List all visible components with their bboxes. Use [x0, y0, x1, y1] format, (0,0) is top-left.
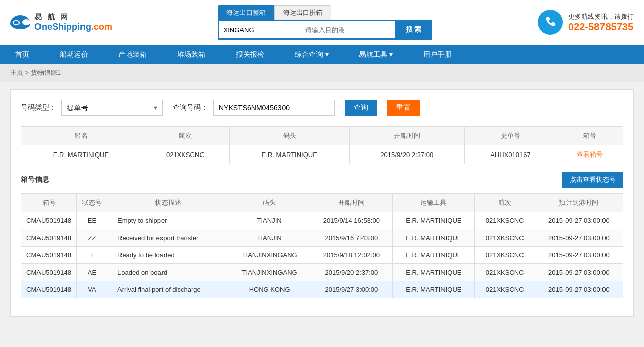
main-table: 船名 航次 码头 开船时间 提单号 箱号 E.R. MARTINIQUE 021…	[21, 126, 623, 164]
type-select[interactable]: 提单号 箱号 订舱号	[61, 100, 163, 116]
detail-cell: Empty to shipper	[107, 212, 229, 229]
logo-en-com: .com	[91, 22, 112, 32]
dcol-status-desc: 状态描述	[107, 194, 229, 212]
hotline-number: 022-58785735	[568, 21, 634, 33]
detail-cell: HONG KONG	[229, 281, 310, 298]
table-row: CMAU5019148AELoaded on boardTIANJINXINGA…	[21, 264, 623, 281]
col-departure-time: 开船时间	[349, 127, 464, 145]
table-row: CMAU5019148VAArrival final port of disch…	[21, 281, 623, 298]
dcol-voyage: 航次	[474, 194, 535, 212]
box-section-header: 箱号信息 点击查看状态号	[21, 172, 623, 188]
search-dest-input[interactable]	[300, 21, 395, 38]
tab-sea-lcl[interactable]: 海运出口拼箱	[274, 5, 331, 20]
col-ship-name: 船名	[21, 127, 141, 145]
detail-cell: 2015/9/20 2:37:00	[310, 264, 393, 281]
reset-button[interactable]: 重置	[387, 100, 420, 116]
nav-query[interactable]: 综合查询 ▾	[279, 45, 344, 64]
detail-cell: Loaded on board	[107, 264, 229, 281]
svg-point-2	[14, 21, 19, 24]
detail-cell: TIANJIN	[229, 229, 310, 247]
breadcrumb: 主页 > 货物追踪1	[0, 64, 644, 82]
detail-cell: 021XKSCNC	[474, 229, 535, 247]
cell-departure-time: 2015/9/20 2:37:00	[349, 145, 464, 164]
nav-manual[interactable]: 用户手册	[408, 45, 467, 64]
nav-tools[interactable]: 易航工具 ▾	[344, 45, 408, 64]
detail-cell: 2015/9/16 7:43:00	[310, 229, 393, 247]
nav-yard[interactable]: 堆场装箱	[162, 45, 221, 64]
detail-cell: CMAU5019148	[21, 229, 77, 247]
search-button[interactable]: 搜 索	[395, 21, 432, 38]
logo-text: 易 航 网 OneShipping.com	[34, 13, 112, 32]
detail-cell: TIANJINXINGANG	[229, 247, 310, 264]
detail-cell: Ready to be loaded	[107, 247, 229, 264]
tab-sea-full[interactable]: 海运出口整箱	[218, 5, 274, 20]
dcol-vessel: 运输工具	[393, 194, 474, 212]
nav-home[interactable]: 首页	[0, 45, 45, 64]
dcol-departure-time: 开船时间	[310, 194, 393, 212]
cell-box-no-link[interactable]: 查看箱号	[556, 145, 623, 164]
cell-ship-name: E.R. MARTINIQUE	[21, 145, 141, 164]
logo-icon	[10, 15, 30, 29]
nav-customs[interactable]: 报关报检	[221, 45, 279, 64]
detail-table-header-row: 箱号 状态号 状态描述 码头 开船时间 运输工具 航次 预计到港时间	[21, 194, 623, 212]
phone-icon	[538, 10, 563, 35]
main-table-header-row: 船名 航次 码头 开船时间 提单号 箱号	[21, 127, 623, 145]
search-origin-input[interactable]	[219, 21, 300, 38]
table-row: CMAU5019148EEEmpty to shipperTIANJIN2015…	[21, 212, 623, 229]
detail-cell: 2015-09-27 03:00:00	[535, 212, 623, 229]
col-bill-no: 提单号	[464, 127, 556, 145]
table-row: E.R. MARTINIQUE 021XKSCNC E.R. MARTINIQU…	[21, 145, 623, 164]
col-terminal: 码头	[229, 127, 349, 145]
breadcrumb-current: 货物追踪1	[31, 69, 61, 76]
detail-cell: E.R. MARTINIQUE	[393, 264, 474, 281]
detail-cell: 021XKSCNC	[474, 264, 535, 281]
query-input[interactable]	[213, 100, 335, 116]
query-button[interactable]: 查询	[345, 100, 377, 116]
dcol-terminal: 码头	[229, 194, 310, 212]
search-area: 海运出口整箱 海运出口拼箱 搜 索	[218, 5, 433, 40]
col-voyage: 航次	[141, 127, 229, 145]
cell-terminal: E.R. MARTINIQUE	[229, 145, 349, 164]
detail-cell: CMAU5019148	[21, 212, 77, 229]
status-button[interactable]: 点击查看状态号	[562, 172, 623, 188]
detail-cell: CMAU5019148	[21, 264, 77, 281]
detail-cell: 2015-09-27 03:00:00	[535, 264, 623, 281]
detail-cell: CMAU5019148	[21, 281, 77, 298]
detail-cell: 021XKSCNC	[474, 212, 535, 229]
logo-en: OneShipping.com	[34, 22, 112, 32]
breadcrumb-home[interactable]: 主页	[10, 69, 23, 76]
col-box-no: 箱号	[556, 127, 623, 145]
dcol-box-no: 箱号	[21, 194, 77, 212]
type-group: 号码类型： 提单号 箱号 订舱号 ▼	[21, 100, 163, 116]
detail-cell: 2015-09-27 03:00:00	[535, 229, 623, 247]
query-form: 号码类型： 提单号 箱号 订舱号 ▼ 查询号码： 查询 重置	[21, 100, 623, 116]
type-label: 号码类型：	[21, 103, 56, 112]
nav-schedule[interactable]: 船期运价	[45, 45, 103, 64]
detail-cell: 021XKSCNC	[474, 247, 535, 264]
detail-cell: I	[77, 247, 107, 264]
nav-origin[interactable]: 产地装箱	[103, 45, 162, 64]
detail-cell: AE	[77, 264, 107, 281]
hotline-text: 更多航线资讯，请拨打 022-58785735	[568, 12, 634, 33]
type-select-wrap: 提单号 箱号 订舱号 ▼	[61, 100, 163, 116]
hotline-area: 更多航线资讯，请拨打 022-58785735	[538, 10, 634, 35]
main-content: 号码类型： 提单号 箱号 订舱号 ▼ 查询号码： 查询 重置 船名 航次 码头	[10, 89, 634, 317]
detail-cell: 021XKSCNC	[474, 281, 535, 298]
tab-row: 海运出口整箱 海运出口拼箱	[218, 5, 433, 20]
cell-bill-no: AHHX010167	[464, 145, 556, 164]
detail-cell: 2015/9/18 12:02:00	[310, 247, 393, 264]
view-box-link[interactable]: 查看箱号	[577, 150, 603, 158]
section-title: 箱号信息	[21, 175, 49, 184]
detail-cell: VA	[77, 281, 107, 298]
query-group: 查询号码：	[173, 100, 335, 116]
query-label: 查询号码：	[173, 103, 208, 112]
detail-cell: 2015/9/14 16:53:00	[310, 212, 393, 229]
detail-cell: E.R. MARTINIQUE	[393, 247, 474, 264]
detail-cell: 2015-09-27 03:00:00	[535, 247, 623, 264]
table-row: CMAU5019148ZZReceived for export transfe…	[21, 229, 623, 247]
detail-cell: Arrival final port of discharge	[107, 281, 229, 298]
hotline-label: 更多航线资讯，请拨打	[568, 12, 634, 21]
nav: 首页 船期运价 产地装箱 堆场装箱 报关报检 综合查询 ▾ 易航工具 ▾ 用户手…	[0, 45, 644, 64]
cell-voyage: 021XKSCNC	[141, 145, 229, 164]
detail-cell: 2015-09-27 03:00:00	[535, 281, 623, 298]
